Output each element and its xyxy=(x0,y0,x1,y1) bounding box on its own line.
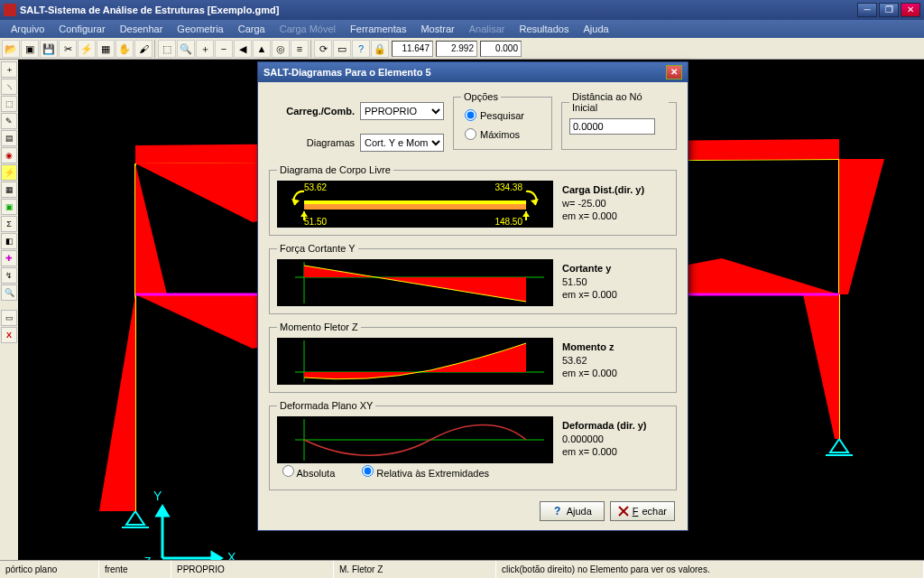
legend-momento: Momento Fletor Z xyxy=(277,322,361,332)
menu-arquivo[interactable]: Arquivo xyxy=(4,23,51,34)
fb-vleft: 51.50 xyxy=(304,217,327,227)
main-toolbar: 📂 ▣ 💾 ✂ ⚡ ▦ ✋ 🖌 ⬚ 🔍 ＋ − ◀ ▲ ◎ ≡ ⟳ ▭ ? 🔒 … xyxy=(0,38,924,60)
radio-maximos[interactable]: Máximos xyxy=(465,128,541,140)
svg-marker-17 xyxy=(212,553,221,560)
tool-icon[interactable]: ▣ xyxy=(21,40,39,58)
dialog-title: SALT-Diagramas Para o Elemento 5 xyxy=(263,67,431,78)
target-icon[interactable]: ◎ xyxy=(272,40,290,58)
svg-marker-2 xyxy=(830,439,848,452)
status-load: PPROPRIO xyxy=(171,561,334,578)
label-diagramas: Diagramas xyxy=(269,137,355,148)
separator-icon xyxy=(310,40,312,58)
svg-marker-19 xyxy=(157,507,168,516)
grid-icon[interactable]: ▦ xyxy=(97,40,115,58)
run-icon[interactable]: ⚡ xyxy=(78,40,96,58)
status-view: frente xyxy=(99,561,171,578)
distancia-input[interactable] xyxy=(569,118,655,135)
separator-icon xyxy=(154,40,156,58)
axis-x-label: X xyxy=(227,550,236,560)
carga-stats: Carga Dist.(dir. y) w= -25.00 em x= 0.00… xyxy=(562,181,669,228)
menu-ajuda[interactable]: Ajuda xyxy=(576,23,615,34)
svg-marker-14 xyxy=(803,294,839,439)
lines-icon[interactable]: ≡ xyxy=(291,40,309,58)
momento-fieldset: Momento Fletor Z Momento z 53.62 em x= 0… xyxy=(269,322,677,393)
open-icon[interactable]: 📂 xyxy=(2,40,20,58)
combo-panel: Carreg./Comb. PPROPRIO Diagramas Cort. Y… xyxy=(269,91,444,157)
zoom-icon[interactable]: 🔍 xyxy=(177,40,195,58)
refresh-icon[interactable]: ⟳ xyxy=(314,40,332,58)
zoom-window-icon[interactable]: ⬚ xyxy=(158,40,176,58)
doc-icon[interactable]: ▭ xyxy=(333,40,351,58)
svg-rect-21 xyxy=(304,200,526,204)
hand-icon[interactable]: ✋ xyxy=(116,40,134,58)
save-icon[interactable]: 💾 xyxy=(40,40,58,58)
pan-up-icon[interactable]: ▲ xyxy=(253,40,271,58)
menu-mostrar[interactable]: Mostrar xyxy=(413,23,461,34)
maximize-button[interactable]: ❐ xyxy=(879,3,899,17)
fechar-button[interactable]: Fechar xyxy=(610,501,675,521)
vtool-icon[interactable]: ▭ xyxy=(1,310,17,326)
diagramas-select[interactable]: Cort. Y e Mom. Z xyxy=(360,134,444,152)
menu-desenhar[interactable]: Desenhar xyxy=(113,23,171,34)
svg-marker-0 xyxy=(126,511,144,525)
legend-cortante: Força Cortante Y xyxy=(277,243,358,254)
vtool-icon[interactable]: 🔍 xyxy=(1,284,17,301)
menu-ferramentas[interactable]: Ferramentas xyxy=(343,23,413,34)
shear-plot xyxy=(277,259,553,306)
ajuda-button[interactable]: ? Ajuda xyxy=(540,501,605,521)
help-icon[interactable]: ? xyxy=(352,40,370,58)
status-bar: pórtico plano frente PPROPRIO M. Fletor … xyxy=(0,560,924,578)
fb-mright: 334.38 xyxy=(494,182,522,192)
coord-y-field: 2.992 xyxy=(436,41,477,57)
menu-geometria[interactable]: Geometria xyxy=(170,23,230,34)
carreg-select[interactable]: PPROPRIO xyxy=(360,102,444,120)
vtool-icon[interactable]: ⟍ xyxy=(1,79,17,95)
title-bar: SALT-Sistema de Análise de Estruturas [E… xyxy=(0,0,924,20)
dialog-titlebar[interactable]: SALT-Diagramas Para o Elemento 5 ✕ xyxy=(258,62,688,82)
menu-resultados[interactable]: Resultados xyxy=(512,23,576,34)
deformada-fieldset: Deformada Plano XY Deformada (dir. y) 0.… xyxy=(269,400,677,490)
menu-carga-movel[interactable]: Carga Móvel xyxy=(273,23,343,34)
distancia-fieldset: Distância ao Nó Inicial xyxy=(561,91,677,150)
pan-left-icon[interactable]: ◀ xyxy=(234,40,252,58)
vtool-icon[interactable]: ✚ xyxy=(1,250,17,266)
fb-vright: 148.50 xyxy=(494,217,522,227)
menu-carga[interactable]: Carga xyxy=(231,23,273,34)
svg-marker-23 xyxy=(531,199,539,205)
status-hint: click(botão direito) no Elemento para ve… xyxy=(496,561,924,578)
vtool-icon[interactable]: ✎ xyxy=(1,113,17,129)
menu-analisar[interactable]: Analisar xyxy=(462,23,513,34)
vtool-icon[interactable]: ⚡ xyxy=(1,164,17,181)
moment-plot xyxy=(277,338,553,385)
dialog-close-icon[interactable]: ✕ xyxy=(666,65,682,79)
vtool-icon[interactable]: Σ xyxy=(1,216,17,232)
legend-corpo-livre: Diagrama de Corpo Livre xyxy=(277,164,393,175)
radio-pesquisar[interactable]: Pesquisar xyxy=(465,109,541,121)
radio-relativa[interactable]: Relativa às Extremidades xyxy=(362,465,489,479)
vtool-icon[interactable]: ▦ xyxy=(1,182,17,198)
vtool-icon[interactable]: ⬚ xyxy=(1,96,17,112)
vtool-icon[interactable]: ▣ xyxy=(1,199,17,215)
vtool-icon[interactable]: X xyxy=(1,327,17,343)
cortante-stats: Cortante y 51.50 em x= 0.000 xyxy=(562,259,669,306)
coord-z-field: 0.000 xyxy=(480,41,522,57)
vtool-icon[interactable]: ▤ xyxy=(1,130,17,146)
zoom-in-icon[interactable]: ＋ xyxy=(196,40,214,58)
vtool-icon[interactable]: ＋ xyxy=(1,61,17,78)
svg-marker-13 xyxy=(839,159,884,294)
minimize-button[interactable]: ─ xyxy=(857,3,877,17)
lock-icon[interactable]: 🔒 xyxy=(371,40,389,58)
vtool-icon[interactable]: ◧ xyxy=(1,233,17,249)
vtool-icon[interactable]: ↯ xyxy=(1,267,17,284)
radio-absoluta[interactable]: Absoluta xyxy=(282,465,335,479)
close-button[interactable]: ✕ xyxy=(901,3,920,17)
deflection-plot xyxy=(277,416,553,463)
menu-configurar[interactable]: Configurar xyxy=(51,23,112,34)
vtool-icon[interactable]: ◉ xyxy=(1,147,17,163)
cortante-fieldset: Força Cortante Y Cortante y 51.50 em x= … xyxy=(269,243,677,314)
cut-icon[interactable]: ✂ xyxy=(59,40,77,58)
app-icon xyxy=(4,4,16,16)
zoom-out-icon[interactable]: − xyxy=(215,40,233,58)
paint-icon[interactable]: 🖌 xyxy=(134,40,152,58)
menu-bar: Arquivo Configurar Desenhar Geometria Ca… xyxy=(0,20,924,38)
